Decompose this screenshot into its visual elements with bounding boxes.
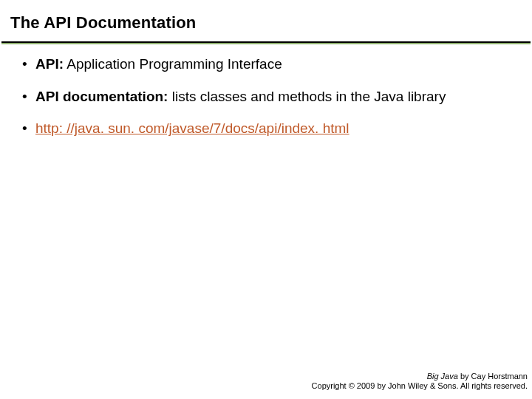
bullet-text-2: API documentation: lists classes and met… [35,87,510,106]
bullet-item-1: • API: Application Programming Interface [22,55,510,74]
footer-line-1: Big Java by Cay Horstmann [312,372,528,382]
bullet-2-body: lists classes and methods in the Java li… [168,89,446,104]
footer-byline: by Cay Horstmann [458,372,528,381]
slide-title: The API Documentation [10,13,522,33]
bullet-text-1: API: Application Programming Interface [35,55,510,74]
bullet-1-body: Application Programming Interface [64,56,282,72]
bullet-dot-icon: • [22,55,35,74]
footer: Big Java by Cay Horstmann Copyright © 20… [312,372,528,392]
bullet-text-3: http: //java. sun. com/javase/7/docs/api… [35,119,510,138]
bullet-item-2: • API documentation: lists classes and m… [22,87,510,106]
slide: The API Documentation • API: Application… [0,0,532,399]
bullet-1-label: API: [35,56,64,72]
api-link[interactable]: http: //java. sun. com/javase/7/docs/api… [35,120,349,136]
bullet-dot-icon: • [22,119,35,138]
bullet-item-3: • http: //java. sun. com/javase/7/docs/a… [22,119,510,138]
bullet-dot-icon: • [22,87,35,106]
footer-book-title: Big Java [427,372,458,381]
content-area: • API: Application Programming Interface… [0,44,532,138]
bullet-2-label: API documentation: [35,89,168,104]
title-block: The API Documentation [0,0,532,37]
footer-copyright: Copyright © 2009 by John Wiley & Sons. A… [312,381,528,392]
